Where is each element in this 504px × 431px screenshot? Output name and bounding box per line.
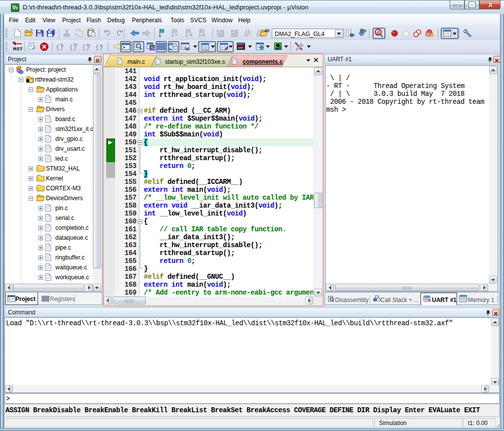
svg-text:RST: RST xyxy=(13,46,23,51)
svg-text:{}: {} xyxy=(95,43,103,51)
svg-text:d: d xyxy=(377,29,380,36)
svg-text:>: > xyxy=(123,45,125,50)
svg-text:✱: ✱ xyxy=(26,78,30,83)
svg-text:S: S xyxy=(151,45,154,51)
